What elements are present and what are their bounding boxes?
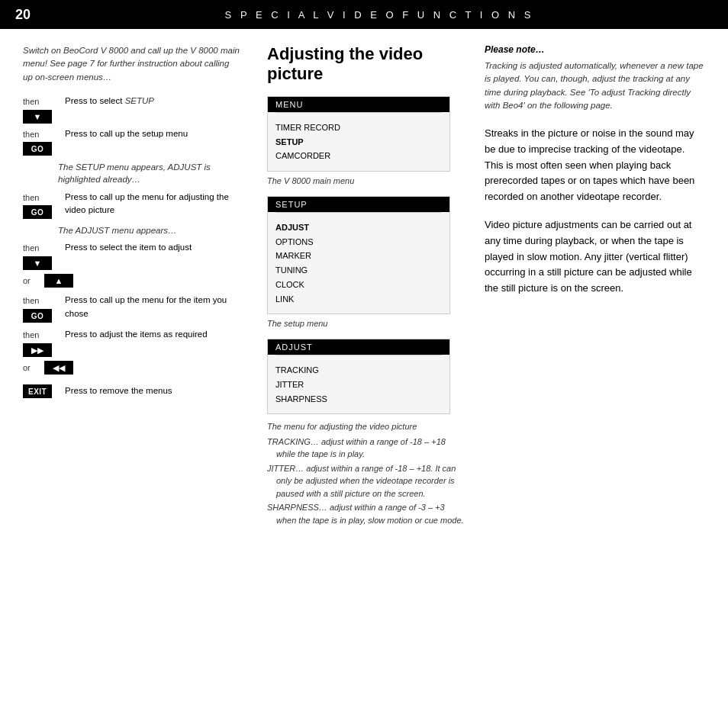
step-1-label: then bbox=[23, 95, 44, 110]
rew-button[interactable]: ◀◀ bbox=[44, 361, 73, 375]
step-5: then GO Press to call up the menu for th… bbox=[23, 294, 240, 324]
step-3: then GO Press to call up the menu for ad… bbox=[23, 191, 240, 221]
step-3-label: then bbox=[23, 191, 44, 206]
go-button-3[interactable]: GO bbox=[23, 309, 52, 323]
steps-list: then ▼ Press to select SETUP then GO Pre… bbox=[23, 95, 240, 400]
menu2-item-2: OPTIONS bbox=[275, 235, 442, 249]
step-1: then ▼ Press to select SETUP bbox=[23, 95, 240, 124]
exit-button[interactable]: EXIT bbox=[23, 384, 52, 398]
step-6-desc: Press to adjust the items as required bbox=[65, 328, 240, 341]
step-5-desc: Press to call up the menu for the item y… bbox=[65, 294, 240, 320]
body-text-2: Video picture adjustments can be carried… bbox=[485, 217, 705, 297]
left-column: Switch on BeoCord V 8000 and call up the… bbox=[0, 29, 256, 701]
menu-box-2: SETUP ADJUST OPTIONS MARKER TUNING CLOCK… bbox=[267, 196, 450, 314]
step-6-label: then bbox=[23, 328, 44, 343]
menu-box-3: ADJUST TRACKING JITTER SHARPNESS bbox=[267, 339, 450, 414]
menu-box-2-header: SETUP bbox=[268, 197, 449, 212]
please-note-title: Please note… bbox=[485, 44, 705, 55]
menu1-item-3: CAMCORDER bbox=[275, 149, 442, 163]
please-note-text: Tracking is adjusted automatically, when… bbox=[485, 59, 705, 112]
step-6: then ▶▶ Press to adjust the items as req… bbox=[23, 328, 240, 377]
middle-column: Adjusting the video picture MENU TIMER R… bbox=[256, 29, 477, 701]
step-6-or: or bbox=[23, 359, 44, 377]
step-2: then GO Press to call up the setup menu bbox=[23, 127, 240, 158]
italic-note-1: The SETUP menu appears, ADJUST is highli… bbox=[58, 161, 240, 185]
menu2-item-4: TUNING bbox=[275, 263, 442, 278]
step-2-label: then bbox=[23, 127, 44, 143]
menu3-caption-sharpness: SHARPNESS… adjust within a range of -3 –… bbox=[267, 501, 465, 526]
step-5-label: then bbox=[23, 294, 44, 309]
menu-box-3-body: TRACKING JITTER SHARPNESS bbox=[268, 359, 449, 413]
menu3-caption-block: The menu for adjusting the video picture… bbox=[267, 420, 465, 526]
menu3-item-2: JITTER bbox=[275, 378, 442, 392]
step-4-label: then bbox=[23, 241, 44, 256]
page-number: 20 bbox=[15, 7, 31, 23]
up-arrow-button[interactable]: ▲ bbox=[44, 274, 73, 288]
body-text-1: Streaks in the picture or noise in the s… bbox=[485, 126, 705, 205]
step-4-or: or bbox=[23, 272, 44, 290]
menu-box-2-body: ADJUST OPTIONS MARKER TUNING CLOCK LINK bbox=[268, 216, 449, 314]
menu1-item-2: SETUP bbox=[275, 135, 442, 150]
step-7-desc: Press to remove the menus bbox=[65, 384, 240, 397]
menu3-item-1: TRACKING bbox=[275, 363, 442, 378]
menu2-item-1: ADJUST bbox=[275, 220, 442, 235]
menu-box-1: MENU TIMER RECORD SETUP CAMCORDER bbox=[267, 96, 450, 172]
go-button-2[interactable]: GO bbox=[23, 205, 52, 219]
main-content: Switch on BeoCord V 8000 and call up the… bbox=[0, 29, 728, 701]
intro-text: Switch on BeoCord V 8000 and call up the… bbox=[23, 44, 240, 84]
menu3-caption-main: The menu for adjusting the video picture bbox=[267, 420, 465, 433]
step-1-desc: Press to select SETUP bbox=[65, 95, 240, 108]
ff-button[interactable]: ▶▶ bbox=[23, 343, 52, 357]
step-4: then ▼ Press to select the item to adjus… bbox=[23, 241, 240, 290]
section-title: Adjusting the video picture bbox=[267, 44, 465, 84]
down-arrow-button-2[interactable]: ▼ bbox=[23, 256, 52, 270]
menu2-caption: The setup menu bbox=[267, 319, 465, 328]
step-2-desc: Press to call up the setup menu bbox=[65, 127, 240, 140]
menu2-item-5: CLOCK bbox=[275, 278, 442, 292]
menu-box-1-header: MENU bbox=[268, 97, 449, 112]
go-button-1[interactable]: GO bbox=[23, 142, 52, 156]
menu3-caption-tracking: TRACKING… adjust within a range of -18 –… bbox=[267, 436, 465, 461]
menu2-item-6: LINK bbox=[275, 292, 442, 307]
menu1-caption: The V 8000 main menu bbox=[267, 176, 465, 185]
menu2-item-3: MARKER bbox=[275, 249, 442, 263]
menu1-item-1: TIMER RECORD bbox=[275, 121, 442, 135]
header-title: S P E C I A L V I D E O F U N C T I O N … bbox=[46, 9, 713, 21]
page-header: 20 S P E C I A L V I D E O F U N C T I O… bbox=[0, 0, 728, 29]
step-4-desc: Press to select the item to adjust bbox=[65, 241, 240, 254]
down-arrow-button-1[interactable]: ▼ bbox=[23, 110, 52, 124]
step-7: EXIT Press to remove the menus bbox=[23, 384, 240, 400]
right-column: Please note… Tracking is adjusted automa… bbox=[477, 29, 728, 701]
menu3-item-3: SHARPNESS bbox=[275, 392, 442, 407]
menu3-caption-jitter: JITTER… adjust within a range of -18 – +… bbox=[267, 462, 465, 500]
menu-box-3-header: ADJUST bbox=[268, 339, 449, 355]
menu-box-1-body: TIMER RECORD SETUP CAMCORDER bbox=[268, 116, 449, 171]
italic-note-2: The ADJUST menu appears… bbox=[58, 224, 240, 236]
step-3-desc: Press to call up the menu for adjusting … bbox=[65, 191, 240, 217]
